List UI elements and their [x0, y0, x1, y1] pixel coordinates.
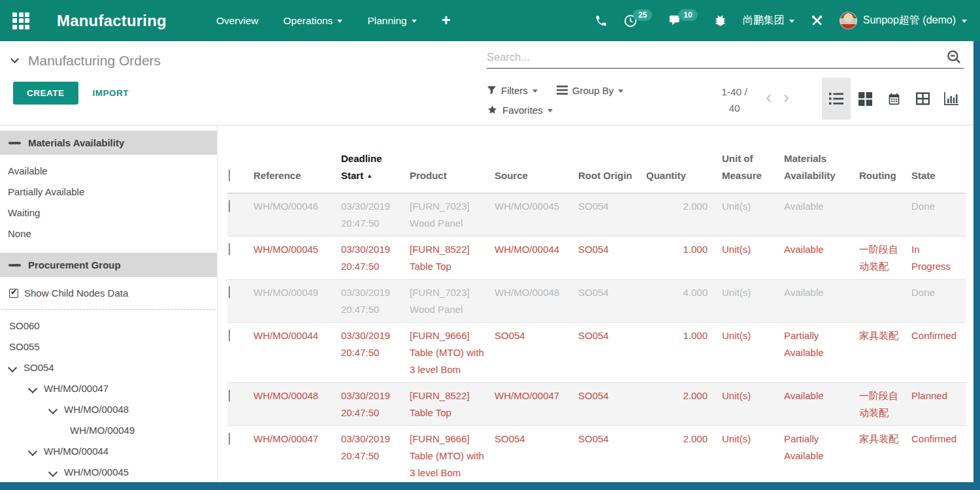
activity-clock-icon[interactable]: 25	[623, 14, 652, 28]
col-materials-availability[interactable]: Materials Availability	[781, 131, 857, 193]
search-bar	[487, 47, 964, 69]
col-product[interactable]: Product	[410, 131, 495, 193]
kanban-view-icon	[858, 92, 872, 106]
menu-overview[interactable]: Overview	[216, 15, 259, 27]
list-view: Reference Deadline Start▲ Product Source…	[218, 125, 973, 490]
chevron-down-icon	[337, 20, 342, 23]
bug-icon[interactable]	[713, 14, 727, 27]
search-facets: Filters Group By Favorites	[487, 80, 638, 120]
navbar-systray: 25 10 尚鹏集团 Sunpop超管	[595, 12, 967, 29]
tree-item-so055[interactable]: SO055	[0, 336, 217, 357]
divider	[2, 309, 215, 310]
minus-icon	[8, 142, 21, 144]
table-row[interactable]: WH/MO/00044 03/30/201920:47:50 [FURN_966…	[227, 323, 966, 383]
show-child-nodes-checkbox[interactable]	[9, 289, 18, 298]
row-checkbox[interactable]	[229, 200, 230, 212]
tree-item-wh-mo-00045[interactable]: WH/MO/00045	[0, 461, 217, 482]
tree-item-wh-mo-00044[interactable]: WH/MO/00044	[0, 440, 217, 461]
view-calendar-button[interactable]	[879, 78, 908, 120]
table-row[interactable]: WH/MO/00046 03/30/201920:47:50 [FURN_702…	[227, 193, 966, 237]
tree-item-so060[interactable]: SO060	[0, 315, 217, 336]
view-list-button[interactable]	[822, 78, 851, 120]
view-graph-button[interactable]	[937, 78, 966, 120]
table-row[interactable]: WH/MO/00047 03/30/201920:47:50 [FURN_966…	[227, 426, 966, 486]
tree-item-wh-mo-00048[interactable]: WH/MO/00048	[0, 399, 217, 419]
chevron-down-icon	[29, 446, 44, 457]
minus-icon	[8, 264, 21, 267]
view-pivot-button[interactable]	[908, 78, 937, 120]
chevron-down-icon	[412, 20, 417, 23]
search-panel-sidebar: Materials Availability Available Partial…	[0, 125, 218, 490]
col-quantity[interactable]: Quantity	[646, 131, 719, 193]
company-switcher[interactable]: 尚鹏集团	[743, 14, 794, 27]
import-button[interactable]: IMPORT	[93, 88, 129, 98]
pivot-view-icon	[916, 92, 930, 105]
table-row[interactable]: WH/MO/00045 03/30/201920:47:50 [FURN_852…	[227, 237, 966, 280]
col-routing[interactable]: Routing	[857, 131, 909, 193]
row-checkbox[interactable]	[229, 329, 230, 342]
table-row[interactable]: WH/MO/00048 03/30/201920:47:50 [FURN_852…	[227, 383, 966, 426]
collapse-chevron-icon[interactable]	[10, 55, 19, 63]
col-deadline-start[interactable]: Deadline Start▲	[341, 131, 410, 193]
apps-grid-icon[interactable]	[12, 12, 29, 29]
chevron-down-icon	[50, 466, 64, 478]
messages-icon[interactable]: 10	[668, 14, 697, 27]
top-navbar: Manufacturing Overview Operations Planni…	[0, 0, 980, 41]
manufacturing-orders-table: Reference Deadline Start▲ Product Source…	[227, 131, 966, 485]
row-checkbox[interactable]	[229, 389, 230, 402]
row-checkbox[interactable]	[229, 433, 230, 445]
chevron-down-icon	[618, 90, 623, 93]
search-icon[interactable]	[945, 48, 962, 65]
table-header-row: Reference Deadline Start▲ Product Source…	[227, 131, 966, 193]
tree-item-so054[interactable]: SO054	[0, 357, 217, 378]
tree-item-wh-mo-00049[interactable]: WH/MO/00049	[0, 419, 217, 440]
table-row[interactable]: WH/MO/00049 03/30/201920:47:50 [FURN_702…	[227, 280, 966, 323]
vertical-scrollbar[interactable]	[973, 41, 980, 490]
pager-previous-icon[interactable]: ‹	[766, 86, 772, 109]
user-menu[interactable]: Sunpop超管 (demo)	[840, 12, 967, 29]
chevron-down-icon	[547, 109, 553, 112]
tree-item-wh-mo-00047[interactable]: WH/MO/00047	[0, 378, 217, 399]
list-view-icon	[829, 92, 843, 105]
tools-icon[interactable]	[810, 14, 824, 27]
pager: 1-40 / 40	[714, 84, 755, 116]
manufacturing-app: Manufacturing Overview Operations Planni…	[0, 0, 980, 490]
filter-waiting[interactable]: Waiting	[0, 202, 217, 223]
show-child-nodes-label: Show Child Nodes Data	[24, 287, 128, 299]
row-checkbox[interactable]	[229, 243, 230, 255]
content-area: Materials Availability Available Partial…	[0, 125, 973, 490]
row-checkbox[interactable]	[229, 286, 230, 299]
activity-count-badge: 25	[633, 9, 652, 21]
col-root-origin[interactable]: Root Origin	[578, 131, 646, 193]
col-reference[interactable]: Reference	[253, 131, 341, 193]
col-state[interactable]: State	[909, 131, 966, 193]
col-source[interactable]: Source	[495, 131, 578, 193]
filter-partially-available[interactable]: Partially Available	[0, 181, 217, 202]
filter-funnel-icon	[487, 86, 497, 95]
select-all-checkbox[interactable]	[229, 169, 230, 182]
filter-none[interactable]: None	[0, 223, 217, 244]
menu-operations[interactable]: Operations	[284, 15, 343, 27]
menu-planning[interactable]: Planning	[367, 15, 416, 27]
phone-icon[interactable]	[595, 14, 608, 27]
chevron-down-icon	[532, 90, 538, 93]
calendar-view-icon	[887, 92, 901, 106]
view-switcher	[822, 78, 966, 120]
procurement-tree: SO060 SO055 SO054 WH/MO/00047 WH/MO/0004…	[0, 315, 217, 482]
filters-dropdown[interactable]: Filters	[487, 85, 538, 96]
section-procurement-group: Procurement Group	[0, 253, 217, 277]
chevron-down-icon	[789, 20, 794, 23]
group-by-dropdown[interactable]: Group By	[557, 85, 623, 96]
filter-available[interactable]: Available	[0, 160, 217, 181]
horizontal-scrollbar[interactable]	[0, 482, 980, 490]
view-kanban-button[interactable]	[851, 78, 879, 120]
graph-view-icon	[944, 92, 958, 105]
search-input[interactable]	[487, 47, 931, 67]
create-button[interactable]: CREATE	[13, 82, 78, 105]
favorites-dropdown[interactable]: Favorites	[487, 105, 553, 116]
menu-plus-button[interactable]: +	[442, 11, 451, 29]
star-icon	[487, 105, 498, 115]
pager-next-icon[interactable]: ›	[783, 86, 789, 109]
col-unit-of-measure[interactable]: Unit of Measure	[719, 131, 781, 193]
chevron-down-icon	[962, 20, 967, 23]
